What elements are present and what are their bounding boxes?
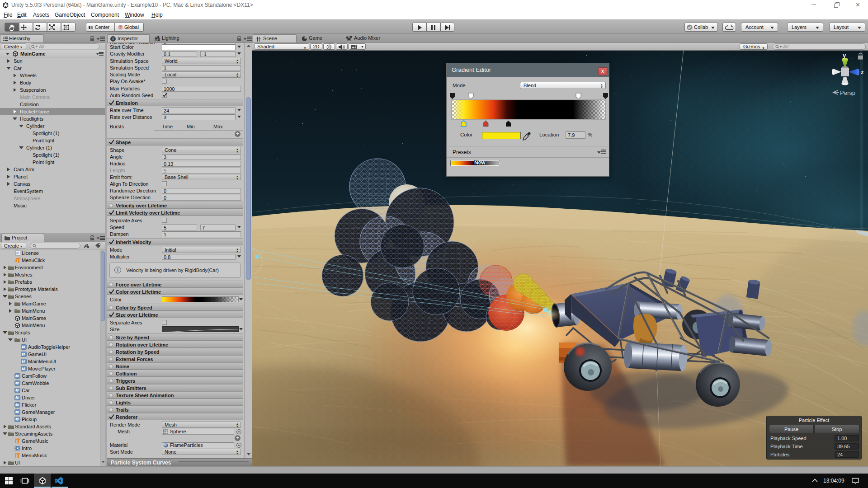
svg-text:y: y <box>843 52 846 59</box>
svg-text:Persp: Persp <box>840 89 855 96</box>
svg-text:z: z <box>861 69 864 75</box>
